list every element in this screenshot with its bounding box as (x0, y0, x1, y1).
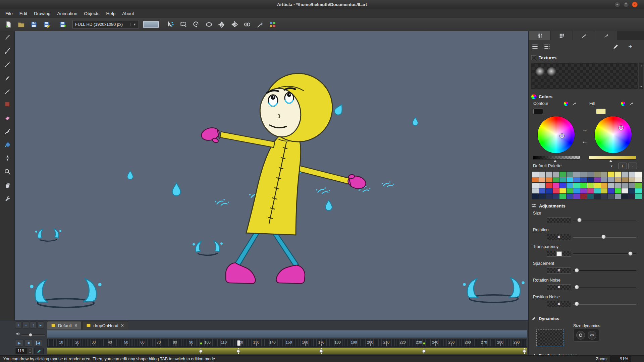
palette-swatch[interactable] (635, 177, 642, 183)
infinite-dynamics-button[interactable]: ∞ (588, 331, 596, 340)
size-dynamics-canvas[interactable] (536, 329, 564, 346)
save-as-button[interactable] (41, 19, 52, 29)
adjustment-slider-thumb[interactable] (575, 268, 579, 273)
settings-wrench-tool[interactable] (2, 194, 12, 204)
track-marker[interactable] (424, 348, 424, 354)
texture-item[interactable] (547, 67, 556, 76)
fill-gradient-bar[interactable] (589, 156, 636, 160)
palette-swatch[interactable] (622, 183, 628, 188)
maximize-button[interactable]: □ (623, 2, 629, 7)
quill-pen-tool[interactable] (2, 73, 12, 83)
keyframe-dot[interactable] (423, 342, 425, 345)
palette-swatch[interactable] (635, 183, 642, 188)
colors-header[interactable]: Colors (531, 94, 552, 100)
add-brush-button[interactable]: + (625, 42, 635, 52)
fill-dropper-icon[interactable] (629, 101, 634, 106)
palette-swatch[interactable] (559, 194, 566, 199)
panel-tab-brushes[interactable] (529, 31, 551, 40)
zoom-value[interactable]: 91% (610, 356, 631, 362)
palette-swatch[interactable] (608, 194, 614, 199)
group-objects-button[interactable] (267, 19, 278, 29)
palette-swatch[interactable] (594, 188, 601, 194)
menu-file[interactable]: File (2, 10, 16, 17)
ellipse-tool-button[interactable] (203, 19, 215, 29)
palette-swatch[interactable] (587, 188, 594, 194)
adjustment-slider[interactable] (573, 267, 636, 274)
palette-swatch[interactable] (546, 188, 552, 194)
palette-swatch[interactable] (553, 183, 559, 188)
eraser-tool[interactable] (2, 113, 12, 123)
zoom-tool[interactable] (2, 167, 12, 177)
palette-swatch[interactable] (553, 188, 559, 194)
timeline-tab-droponhead[interactable]: dropOnHead× (82, 321, 128, 329)
palette-swatch[interactable] (622, 172, 628, 177)
palette-swatch[interactable] (567, 194, 573, 199)
palette-swatch[interactable] (629, 172, 635, 177)
palette-swatch[interactable] (580, 172, 587, 177)
menu-drawing[interactable]: Drawing (31, 10, 54, 17)
minimize-button[interactable]: – (614, 2, 620, 7)
fill-color-wheel[interactable] (595, 116, 632, 153)
track-marker[interactable] (201, 348, 201, 354)
play-button[interactable]: ▶ (15, 340, 23, 347)
volume-slider[interactable] (21, 333, 45, 337)
adjustment-slider-thumb[interactable] (575, 285, 579, 289)
adjustment-slider[interactable] (573, 251, 636, 257)
panel-tab-objects[interactable] (551, 31, 573, 40)
palette-swatch[interactable] (601, 177, 608, 183)
node-edit-tool-button[interactable] (165, 19, 176, 29)
palette-swatch[interactable] (546, 172, 552, 177)
fill-gradient-marker[interactable] (609, 160, 612, 162)
sound-track-strip[interactable] (47, 330, 527, 338)
palette-swatch[interactable] (629, 177, 635, 183)
frame-down-button[interactable]: ▼ (28, 351, 32, 354)
position-dynamics-header[interactable]: Position dynamics (531, 352, 577, 355)
palette-swatch[interactable] (608, 188, 614, 194)
palette-swatch[interactable] (608, 183, 614, 188)
palette-swatch[interactable] (532, 188, 539, 194)
adjustment-slider-thumb[interactable] (628, 251, 633, 256)
palette-swatch[interactable] (532, 177, 539, 183)
fill-color-selector[interactable] (619, 126, 623, 130)
palette-swatch[interactable] (567, 188, 573, 194)
palette-swatch[interactable] (594, 194, 601, 199)
palette-swatch[interactable] (553, 172, 559, 177)
contour-gradient-bar[interactable] (533, 156, 580, 160)
palette-swatch[interactable] (629, 188, 635, 194)
menu-help[interactable]: Help (103, 10, 119, 17)
canvas-artwork[interactable] (15, 31, 528, 320)
palette-swatch[interactable] (539, 172, 546, 177)
sweep-tool-button[interactable] (254, 19, 266, 29)
palette-swatch[interactable] (553, 177, 559, 183)
select-layer-button[interactable]: ▸ (37, 321, 44, 328)
contour-color-selector[interactable] (560, 134, 564, 138)
adjustment-slider[interactable] (573, 284, 636, 290)
menu-about[interactable]: About (119, 10, 137, 17)
track-marker[interactable] (524, 348, 525, 354)
palette-swatch[interactable] (546, 194, 552, 199)
palette-swatch[interactable] (594, 172, 601, 177)
playhead-marker[interactable] (237, 340, 240, 346)
palette-swatch[interactable] (559, 183, 566, 188)
tab-close-button[interactable]: × (121, 323, 124, 328)
palette-swatch[interactable] (532, 194, 539, 199)
brush-tool[interactable] (2, 46, 12, 56)
stipple-brush-tool[interactable] (2, 59, 12, 69)
timeline-ruler[interactable]: 1020304050607080901001101201301401501601… (47, 339, 527, 347)
scroll-down-button[interactable]: ▼ (640, 85, 642, 88)
palette-swatch[interactable] (587, 177, 594, 183)
palette-swatch[interactable] (608, 172, 614, 177)
palette-swatch[interactable] (587, 183, 594, 188)
save-button[interactable] (28, 19, 40, 29)
frame-counter[interactable]: 119 ▲ ▼ (15, 348, 33, 354)
adjustment-slider-thumb[interactable] (577, 218, 582, 222)
palette-swatch[interactable] (580, 183, 587, 188)
rotate-tool-button[interactable] (191, 19, 202, 29)
fill-wheel-icon[interactable] (620, 101, 626, 106)
reorder-layer-button[interactable]: ↕ (30, 321, 37, 328)
track-marker[interactable] (238, 348, 239, 354)
palette-swatch[interactable] (539, 194, 546, 199)
palette-swatch[interactable] (615, 172, 622, 177)
textures-scrollbar[interactable]: ▲ ▼ (639, 63, 643, 89)
palette-swatch[interactable] (635, 188, 642, 194)
